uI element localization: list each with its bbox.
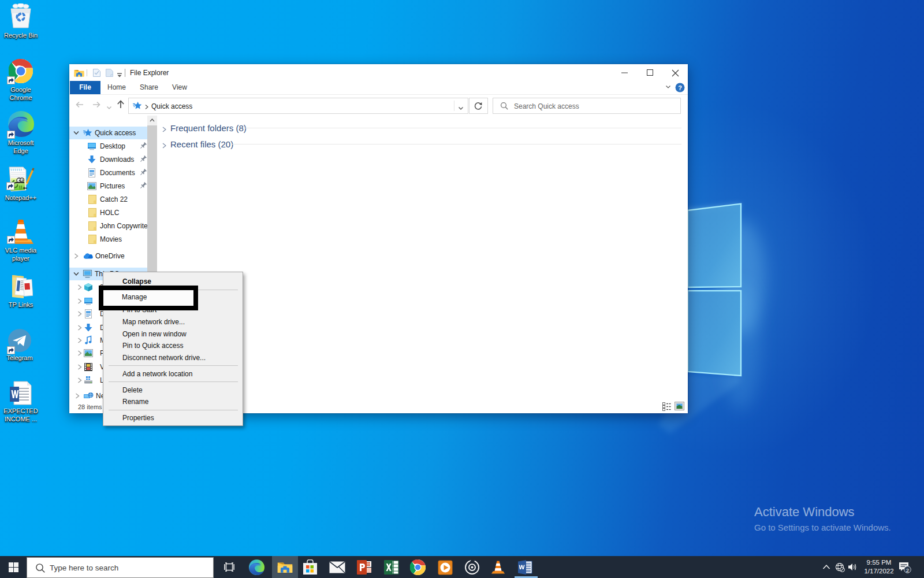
svg-text:?: ? xyxy=(678,84,682,91)
svg-text:2: 2 xyxy=(906,567,909,573)
